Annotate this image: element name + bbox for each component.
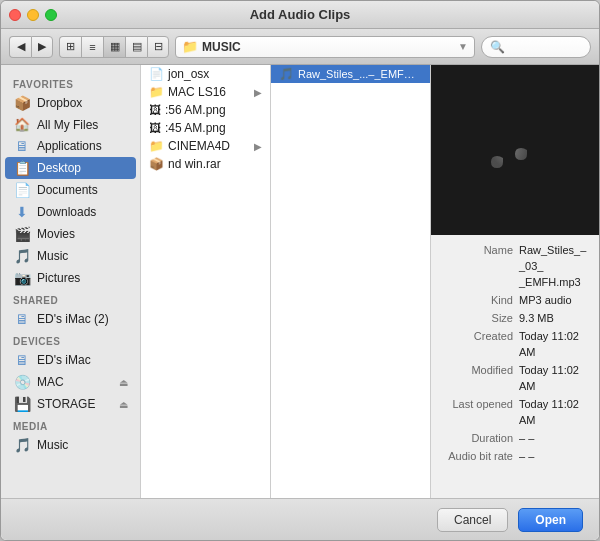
size-value: 9.3 MB [519, 310, 591, 326]
sidebar-item-music[interactable]: 🎵 Music [5, 245, 136, 267]
created-label: Created [439, 328, 519, 360]
sidebar-item-storage[interactable]: 💾 STORAGE ⏏ [5, 393, 136, 415]
sidebar-item-eds-imac[interactable]: 🖥 ED's iMac [5, 349, 136, 371]
open-button[interactable]: Open [518, 508, 583, 532]
maximize-button[interactable] [45, 9, 57, 21]
file-info-name: Name Raw_Stiles_–_03_ _EMFH.mp3 [439, 241, 591, 291]
desktop-icon: 📋 [13, 160, 31, 176]
sidebar-item-label: Music [37, 438, 68, 452]
col1-item-am56[interactable]: 🖼 :56 AM.png [141, 101, 270, 119]
view-icon-button[interactable]: ⊞ [59, 36, 81, 58]
file-info: Name Raw_Stiles_–_03_ _EMFH.mp3 Kind MP3… [431, 235, 599, 498]
dropbox-icon: 📦 [13, 95, 31, 111]
media-label: MEDIA [1, 415, 140, 434]
sidebar-item-label: All My Files [37, 118, 98, 132]
view-cov-button[interactable]: ▤ [125, 36, 147, 58]
sidebar-item-applications[interactable]: 🖥 Applications [5, 135, 136, 157]
search-input[interactable] [509, 41, 589, 53]
preview-pane: Name Raw_Stiles_–_03_ _EMFH.mp3 Kind MP3… [431, 65, 599, 498]
file-info-bitrate: Audio bit rate – – [439, 447, 591, 465]
eds-imac-icon: 🖥 [13, 352, 31, 368]
chevron-right-icon2: ▶ [254, 141, 262, 152]
col1-item-winrar[interactable]: 📦 nd win.rar [141, 155, 270, 173]
folder-icon3: 📁 [149, 139, 164, 153]
documents-icon: 📄 [13, 182, 31, 198]
sidebar-item-movies[interactable]: 🎬 Movies [5, 223, 136, 245]
storage-icon: 💾 [13, 396, 31, 412]
size-label: Size [439, 310, 519, 326]
main-content: FAVORITES 📦 Dropbox 🏠 All My Files 🖥 App… [1, 65, 599, 498]
title-bar: Add Audio Clips [1, 1, 599, 29]
col1-item-jon-osx[interactable]: 📄 jon_osx [141, 65, 270, 83]
view-extra-button[interactable]: ⊟ [147, 36, 169, 58]
preview-image [431, 65, 599, 235]
sidebar-item-label: Dropbox [37, 96, 82, 110]
sidebar-item-allmyfiles[interactable]: 🏠 All My Files [5, 114, 136, 135]
sidebar-item-pictures[interactable]: 📷 Pictures [5, 267, 136, 289]
view-list-button[interactable]: ≡ [81, 36, 103, 58]
location-bar[interactable]: 📁 MUSIC ▼ [175, 36, 475, 58]
sidebar-item-downloads[interactable]: ⬇ Downloads [5, 201, 136, 223]
view-buttons: ⊞ ≡ ▦ ▤ ⊟ [59, 36, 169, 58]
folder-icon: 📁 [182, 39, 198, 54]
search-box[interactable]: 🔍 [481, 36, 591, 58]
sidebar-item-label: Downloads [37, 205, 96, 219]
traffic-lights [9, 9, 57, 21]
view-col-button[interactable]: ▦ [103, 36, 125, 58]
minimize-button[interactable] [27, 9, 39, 21]
bottom-bar: Cancel Open [1, 498, 599, 540]
lastopened-value: Today 11:02 AM [519, 396, 591, 428]
col1-item-cinema4d[interactable]: 📁 CINEMA4D ▶ [141, 137, 270, 155]
file-info-modified: Modified Today 11:02 AM [439, 361, 591, 395]
rar-icon: 📦 [149, 157, 164, 171]
sidebar-item-desktop[interactable]: 📋 Desktop [5, 157, 136, 179]
sidebar-item-label: Movies [37, 227, 75, 241]
file-info-duration: Duration – – [439, 429, 591, 447]
eject-storage-icon[interactable]: ⏏ [119, 399, 128, 410]
modified-value: Today 11:02 AM [519, 362, 591, 394]
col1-item-am45[interactable]: 🖼 :45 AM.png [141, 119, 270, 137]
sidebar-item-label: Music [37, 249, 68, 263]
sidebar-item-label: Documents [37, 183, 98, 197]
created-value: Today 11:02 AM [519, 328, 591, 360]
eject-mac-icon[interactable]: ⏏ [119, 377, 128, 388]
png-icon: 🖼 [149, 103, 161, 117]
music-icon: 🎵 [13, 248, 31, 264]
sidebar-item-music-media[interactable]: 🎵 Music [5, 434, 136, 456]
sidebar-item-documents[interactable]: 📄 Documents [5, 179, 136, 201]
mp3-icon: 🎵 [279, 67, 294, 81]
bitrate-label: Audio bit rate [439, 448, 519, 464]
file-icon: 📄 [149, 67, 164, 81]
pictures-icon: 📷 [13, 270, 31, 286]
sidebar-item-eds-imac2[interactable]: 🖥 ED's iMac (2) [5, 308, 136, 330]
back-button[interactable]: ◀ [9, 36, 31, 58]
file-info-created: Created Today 11:02 AM [439, 327, 591, 361]
sidebar-item-label: STORAGE [37, 397, 113, 411]
folder-icon2: 📁 [149, 85, 164, 99]
music-note-icon [470, 105, 560, 195]
movies-icon: 🎬 [13, 226, 31, 242]
kind-value: MP3 audio [519, 292, 591, 308]
location-name: MUSIC [202, 40, 454, 54]
col2-item-raw-stiles[interactable]: 🎵 Raw_Stiles_...–_EMFH.mp3 [271, 65, 430, 83]
bitrate-value: – – [519, 448, 591, 464]
sidebar-item-mac[interactable]: 💿 MAC ⏏ [5, 371, 136, 393]
modified-label: Modified [439, 362, 519, 394]
duration-label: Duration [439, 430, 519, 446]
chevron-right-icon: ▶ [254, 87, 262, 98]
col1-item-mac-ls16[interactable]: 📁 MAC LS16 ▶ [141, 83, 270, 101]
favorites-label: FAVORITES [1, 73, 140, 92]
sidebar-item-dropbox[interactable]: 📦 Dropbox [5, 92, 136, 114]
sidebar-item-label: ED's iMac [37, 353, 91, 367]
lastopened-label: Last opened [439, 396, 519, 428]
devices-label: DEVICES [1, 330, 140, 349]
cancel-button[interactable]: Cancel [437, 508, 508, 532]
location-chevron-icon: ▼ [458, 41, 468, 52]
close-button[interactable] [9, 9, 21, 21]
columns-area: 📄 jon_osx 📁 MAC LS16 ▶ 🖼 :56 AM.png 🖼 :4… [141, 65, 599, 498]
music-media-icon: 🎵 [13, 437, 31, 453]
duration-value: – – [519, 430, 591, 446]
imac2-icon: 🖥 [13, 311, 31, 327]
nav-buttons: ◀ ▶ [9, 36, 53, 58]
forward-button[interactable]: ▶ [31, 36, 53, 58]
